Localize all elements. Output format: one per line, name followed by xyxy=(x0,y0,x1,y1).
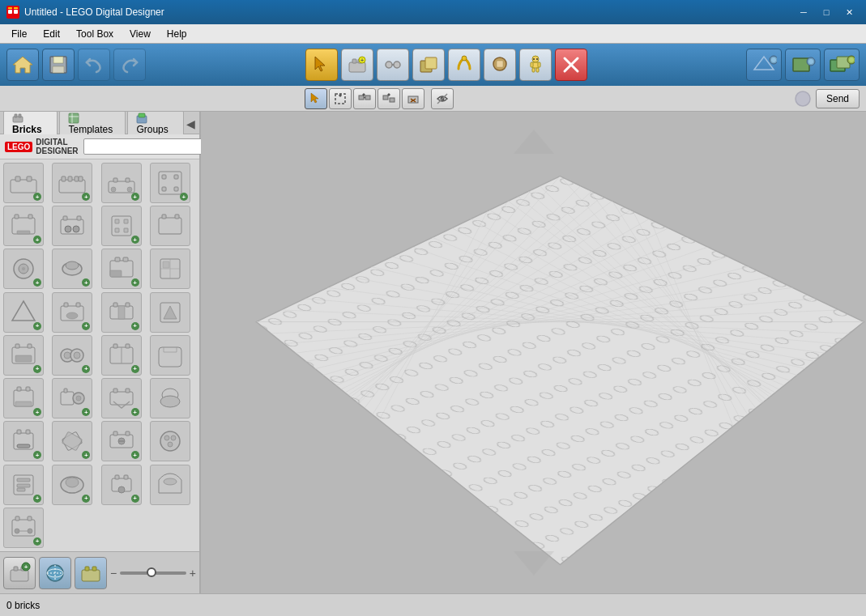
brick-item[interactable]: + xyxy=(52,421,92,461)
brick-item[interactable]: + xyxy=(3,508,44,548)
svg-rect-45 xyxy=(359,96,364,100)
clone-button[interactable] xyxy=(412,49,445,81)
brick-item[interactable] xyxy=(150,249,190,289)
add-to-scene-button[interactable]: + xyxy=(3,557,36,589)
brick-item[interactable] xyxy=(150,465,190,505)
connect-button[interactable] xyxy=(377,49,409,81)
menu-help[interactable]: Help xyxy=(159,27,195,41)
brick-item[interactable]: + xyxy=(3,249,44,289)
paint-button[interactable] xyxy=(484,49,516,81)
svg-rect-11 xyxy=(352,59,356,63)
collapse-panel-button[interactable]: ◀ xyxy=(186,117,196,130)
brick-item[interactable]: + xyxy=(150,163,190,203)
slider-track[interactable] xyxy=(120,571,186,575)
brick-item[interactable]: + xyxy=(101,206,142,246)
view-mode-button[interactable] xyxy=(39,557,71,589)
search-input[interactable] xyxy=(83,138,203,155)
brick-item[interactable]: + xyxy=(3,465,44,505)
add-brick-button[interactable]: + xyxy=(341,49,373,81)
maximize-button[interactable]: □ xyxy=(816,4,837,20)
select-all-button[interactable] xyxy=(378,88,400,109)
brick-item[interactable]: + xyxy=(101,421,142,461)
tab-bricks[interactable]: Bricks xyxy=(3,110,58,138)
minifig-button[interactable] xyxy=(519,49,552,81)
brick-item[interactable]: + xyxy=(3,163,44,203)
menu-view[interactable]: View xyxy=(122,27,159,41)
brick-item[interactable]: + xyxy=(101,292,142,333)
add-badge: + xyxy=(131,278,139,287)
box-select-button[interactable] xyxy=(329,88,352,109)
view-button-2[interactable] xyxy=(785,49,821,81)
svg-rect-110 xyxy=(110,270,122,277)
redo-button[interactable] xyxy=(113,49,146,81)
build-mode-button[interactable] xyxy=(75,557,107,589)
tab-templates[interactable]: Templates xyxy=(59,110,126,138)
svg-rect-28 xyxy=(536,68,539,72)
brick-item[interactable]: + xyxy=(52,335,92,376)
brick-item[interactable] xyxy=(150,421,190,461)
svg-rect-50 xyxy=(390,98,395,102)
view-button-3[interactable] xyxy=(824,49,860,81)
brick-item[interactable]: + xyxy=(3,292,44,333)
brick-item[interactable] xyxy=(150,335,190,376)
view-button-1[interactable] xyxy=(746,49,782,81)
svg-point-162 xyxy=(160,431,180,451)
brick-item[interactable]: + xyxy=(52,292,92,333)
brick-item[interactable] xyxy=(52,206,92,246)
brick-item[interactable]: + xyxy=(3,421,44,461)
brick-item[interactable]: + xyxy=(101,335,142,376)
hide-button[interactable] xyxy=(431,88,454,109)
svg-rect-127 xyxy=(15,344,19,348)
menu-file[interactable]: File xyxy=(3,27,35,41)
svg-rect-66 xyxy=(11,180,36,193)
brick-item[interactable] xyxy=(150,292,190,333)
svg-text:+: + xyxy=(24,563,28,571)
menu-toolbox[interactable]: Tool Box xyxy=(68,27,122,41)
brick-item[interactable]: + xyxy=(52,249,92,289)
svg-rect-146 xyxy=(110,392,133,405)
send-button[interactable]: Send xyxy=(816,89,860,108)
svg-rect-156 xyxy=(62,431,83,451)
home-button[interactable] xyxy=(6,49,39,81)
svg-point-163 xyxy=(164,435,169,440)
svg-rect-94 xyxy=(115,219,119,223)
arrow-select-button[interactable] xyxy=(305,88,327,109)
add-badge: + xyxy=(33,193,41,201)
brick-item[interactable]: + xyxy=(101,249,142,289)
tab-groups[interactable]: Groups xyxy=(127,110,184,138)
zoom-slider: − + xyxy=(110,567,196,580)
svg-rect-117 xyxy=(64,303,68,307)
slider-thumb[interactable] xyxy=(147,567,156,577)
brick-item[interactable]: + xyxy=(101,378,142,418)
select-tool-button[interactable] xyxy=(305,49,338,81)
svg-rect-86 xyxy=(28,215,32,219)
brick-item[interactable]: + xyxy=(52,378,92,418)
svg-rect-179 xyxy=(28,516,32,520)
delete-button[interactable] xyxy=(555,49,587,81)
brick-item[interactable]: + xyxy=(3,378,44,418)
minimize-button[interactable]: ─ xyxy=(793,4,814,20)
viewport[interactable]: // This won't execute in SVG, so we'll u… xyxy=(201,112,866,593)
lego-logo: LEGO xyxy=(5,142,32,152)
brick-item[interactable]: + xyxy=(52,163,92,203)
hinge-button[interactable] xyxy=(448,49,480,81)
undo-button[interactable] xyxy=(78,49,110,81)
svg-rect-67 xyxy=(15,176,20,181)
brick-item[interactable]: + xyxy=(101,163,142,203)
menu-edit[interactable]: Edit xyxy=(35,27,68,41)
brick-item[interactable] xyxy=(150,206,190,246)
deselect-button[interactable] xyxy=(402,88,424,109)
save-button[interactable] xyxy=(42,49,75,81)
brick-item[interactable]: + xyxy=(3,206,44,246)
subtoolbar xyxy=(0,87,793,111)
brick-item[interactable]: + xyxy=(52,465,92,505)
close-button[interactable]: ✕ xyxy=(838,4,860,20)
brick-item[interactable]: + xyxy=(3,335,44,376)
add-badge: + xyxy=(82,451,90,459)
add-badge: + xyxy=(33,278,41,287)
brick-item[interactable]: + xyxy=(101,465,142,505)
svg-rect-49 xyxy=(383,96,388,100)
brick-item[interactable] xyxy=(150,378,190,418)
svg-rect-147 xyxy=(113,389,117,393)
select-connected-button[interactable] xyxy=(353,88,376,109)
